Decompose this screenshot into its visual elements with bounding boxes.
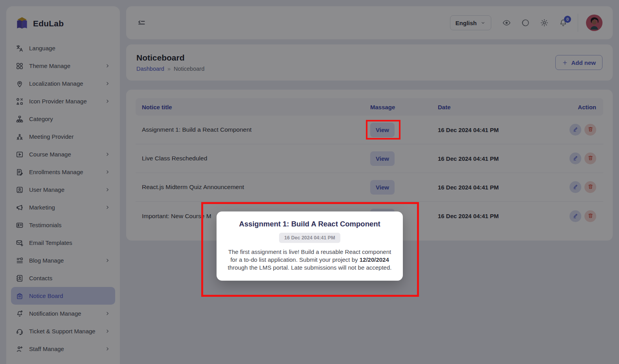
- modal-body: The first assignment is live! Build a re…: [226, 248, 393, 272]
- modal-deadline: 12/20/2024: [360, 256, 389, 263]
- modal-date-badge: 16 Dec 2024 04:41 PM: [279, 233, 340, 243]
- modal-overlay[interactable]: [0, 0, 619, 364]
- notice-detail-modal: Assignment 1: Build A React Component 16…: [217, 211, 403, 281]
- modal-title: Assignment 1: Build A React Component: [226, 220, 393, 228]
